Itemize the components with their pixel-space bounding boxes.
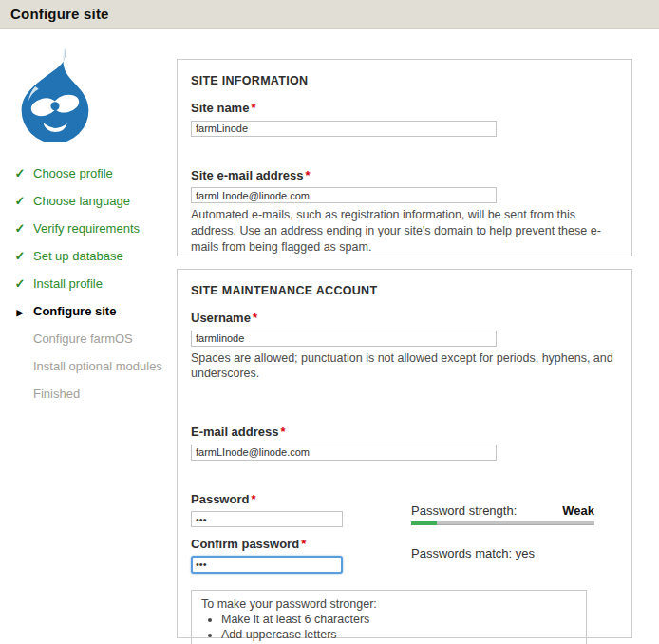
- step-choose-language: ✓Choose language: [9, 194, 177, 209]
- username-item: Username* Spaces are allowed; punctuatio…: [191, 311, 618, 382]
- step-label: Configure site: [33, 304, 116, 318]
- password-row: Password* Confirm password* Password str…: [191, 492, 618, 574]
- step-label: Configure farmOS: [33, 331, 133, 346]
- step-install-optional-modules: Install optional modules: [9, 359, 177, 374]
- step-configure-site: ▶Configure site: [9, 304, 177, 319]
- site-maintenance-account-fieldset: SITE MAINTENANCE ACCOUNT Username* Space…: [177, 269, 632, 638]
- step-label: Set up database: [33, 249, 123, 263]
- step-verify-requirements: ✓Verify requirements: [9, 221, 177, 237]
- step-label: Choose profile: [33, 166, 113, 180]
- account-email-item: E-mail address*: [191, 425, 618, 461]
- username-label: Username*: [191, 311, 618, 325]
- password-feedback: Password strength: Weak Passwords match:…: [411, 492, 594, 560]
- step-label: Choose language: [33, 194, 130, 208]
- confirm-password-label: Confirm password*: [191, 537, 411, 551]
- check-icon: ✓: [12, 194, 28, 209]
- password-item: Password*: [191, 492, 411, 528]
- maintenance-account-legend: SITE MAINTENANCE ACCOUNT: [191, 284, 618, 297]
- step-configure-farmos: Configure farmOS: [9, 331, 177, 347]
- install-task-list: ✓Choose profile ✓Choose language ✓Verify…: [9, 166, 177, 402]
- password-input[interactable]: [191, 511, 343, 527]
- step-install-profile: ✓Install profile: [9, 276, 177, 292]
- account-email-input[interactable]: [191, 445, 497, 461]
- account-email-label: E-mail address*: [191, 425, 618, 439]
- password-tips-box: To make your password stronger: Make it …: [191, 590, 587, 644]
- step-label: Install optional modules: [33, 359, 162, 373]
- required-asterisk: *: [251, 101, 255, 115]
- site-name-label: Site name*: [191, 101, 618, 115]
- sidebar: ✓Choose profile ✓Choose language ✓Verify…: [0, 29, 177, 644]
- passwords-match-status: Passwords match: yes: [411, 525, 594, 560]
- check-icon: ✓: [12, 249, 28, 264]
- required-asterisk: *: [281, 425, 286, 439]
- step-finished: Finished: [9, 387, 177, 402]
- password-tips-list: Make it at least 6 characters Add upperc…: [201, 613, 576, 644]
- site-information-legend: SITE INFORMATION: [191, 74, 618, 87]
- site-email-description: Automated e-mails, such as registration …: [191, 207, 618, 256]
- step-set-up-database: ✓Set up database: [9, 249, 177, 264]
- site-name-item: Site name*: [191, 101, 618, 137]
- site-email-label: Site e-mail address*: [191, 168, 618, 182]
- step-label: Install profile: [33, 276, 103, 291]
- step-label: Finished: [33, 387, 80, 401]
- check-icon: ✓: [12, 166, 28, 181]
- confirm-password-item: Confirm password*: [191, 537, 411, 574]
- step-choose-profile: ✓Choose profile: [9, 166, 177, 181]
- required-asterisk: *: [253, 311, 257, 325]
- password-tip: Add uppercase letters: [221, 628, 576, 643]
- step-label: Verify requirements: [33, 221, 140, 236]
- check-icon: ✓: [12, 276, 28, 292]
- arrow-right-icon: ▶: [12, 305, 28, 320]
- drupal-drop-icon: [11, 48, 99, 142]
- page-header: Configure site: [0, 0, 659, 29]
- password-strength-label: Password strength:: [411, 503, 517, 518]
- password-strength-level: Weak: [562, 503, 594, 518]
- password-tip: Make it at least 6 characters: [221, 613, 576, 628]
- username-input[interactable]: [191, 331, 497, 347]
- main-form: SITE INFORMATION Site name* Site e-mail …: [177, 59, 632, 644]
- password-label: Password*: [191, 492, 411, 506]
- drupal-logo: [11, 48, 99, 142]
- site-email-item: Site e-mail address* Automated e-mails, …: [191, 168, 618, 256]
- required-asterisk: *: [301, 537, 306, 551]
- site-information-fieldset: SITE INFORMATION Site name* Site e-mail …: [177, 59, 632, 256]
- required-asterisk: *: [251, 492, 255, 506]
- username-description: Spaces are allowed; punctuation is not a…: [191, 350, 618, 383]
- page-title: Configure site: [10, 6, 649, 22]
- password-tips-title: To make your password stronger:: [201, 597, 576, 611]
- confirm-password-input[interactable]: [191, 556, 343, 574]
- check-icon: ✓: [12, 221, 28, 237]
- site-name-input[interactable]: [191, 121, 497, 137]
- required-asterisk: *: [306, 168, 311, 182]
- site-email-input[interactable]: [191, 187, 497, 203]
